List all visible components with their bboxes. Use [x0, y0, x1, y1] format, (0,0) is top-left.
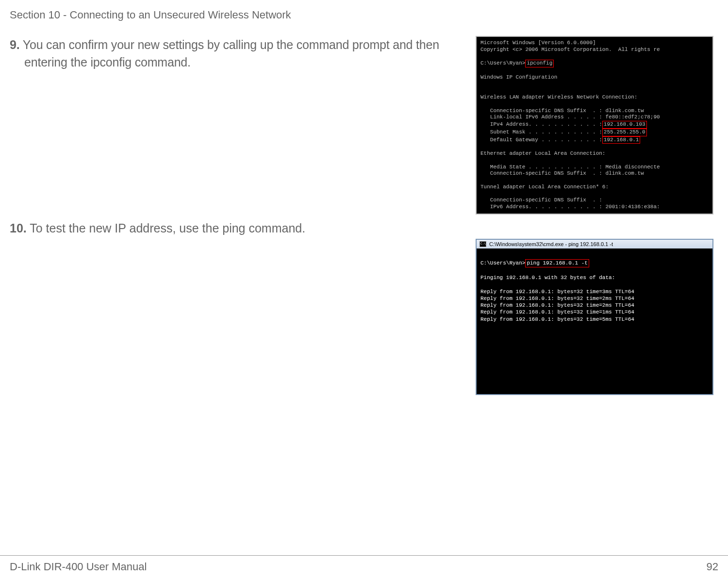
cmd1-wlan-dns: Connection-specific DNS Suffix . : dlink… [480, 108, 644, 114]
cmd2-command-highlight: ping 192.168.0.1 -t [525, 259, 589, 267]
cmd2-reply-4: Reply from 192.168.0.1: bytes=32 time=1m… [480, 309, 634, 315]
cmd1-eth-dns: Connection-specific DNS Suffix . : dlink… [480, 170, 644, 176]
step-9-number: 9. [10, 38, 19, 51]
cmd-window-ping: C:\Windows\system32\cmd.exe - ping 192.1… [476, 239, 713, 395]
cmd1-tunnel-title: Tunnel adapter Local Area Connection* 6: [480, 184, 609, 190]
cmd1-eth-media: Media State . . . . . . . . . . . : Medi… [480, 164, 660, 170]
cmd1-section-title: Windows IP Configuration [480, 74, 557, 80]
cmd-ping-title: C:\Windows\system32\cmd.exe - ping 192.1… [489, 241, 613, 248]
content-area: 9. You can confirm your new settings by … [0, 21, 728, 395]
cmd-window-ipconfig: Microsoft Windows [Version 6.0.6000] Cop… [476, 36, 713, 215]
cmd-ping-titlebar: C:\Windows\system32\cmd.exe - ping 192.1… [477, 240, 712, 248]
image-column: Microsoft Windows [Version 6.0.6000] Cop… [476, 36, 723, 395]
cmd-icon [480, 241, 486, 247]
cmd1-wlan-ipv4-value: 192.168.0.103 [602, 121, 647, 129]
step-10-text: To test the new IP address, use the ping… [27, 221, 305, 235]
cmd2-reply-2: Reply from 192.168.0.1: bytes=32 time=2m… [480, 296, 634, 301]
cmd1-wlan-ipv4-label: IPv4 Address. . . . . . . . . . . : [480, 121, 602, 127]
section-header: Section 10 - Connecting to an Unsecured … [0, 0, 728, 21]
cmd2-reply-5: Reply from 192.168.0.1: bytes=32 time=5m… [480, 316, 634, 322]
cmd1-prompt: C:\Users\Ryan> [480, 60, 525, 66]
cmd-ping-body: C:\Users\Ryan>ping 192.168.0.1 -t Pingin… [477, 248, 712, 394]
step-9: 9. You can confirm your new settings by … [10, 36, 476, 71]
cmd2-reply-1: Reply from 192.168.0.1: bytes=32 time=3m… [480, 289, 634, 295]
cmd1-command-highlight: ipconfig [525, 60, 554, 67]
footer-manual-name: D-Link DIR-400 User Manual [10, 561, 147, 573]
step-10-number: 10. [10, 221, 27, 235]
cmd1-wlan-subnet-label: Subnet Mask . . . . . . . . . . . : [480, 129, 602, 135]
cmd1-tunnel-ipv6: IPv6 Address. . . . . . . . . . . : 2001… [480, 204, 660, 210]
text-column: 9. You can confirm your new settings by … [10, 36, 476, 395]
cmd1-wlan-gateway-label: Default Gateway . . . . . . . . . : [480, 137, 602, 143]
cmd1-eth-title: Ethernet adapter Local Area Connection: [480, 150, 605, 156]
cmd1-wlan-title: Wireless LAN adapter Wireless Network Co… [480, 94, 637, 100]
cmd1-tunnel-dns: Connection-specific DNS Suffix . : [480, 197, 602, 203]
footer-page-number: 92 [707, 561, 718, 573]
cmd2-reply-3: Reply from 192.168.0.1: bytes=32 time=2m… [480, 302, 634, 308]
cmd-ipconfig-body: Microsoft Windows [Version 6.0.6000] Cop… [477, 37, 712, 214]
step-9-text: You can confirm your new settings by cal… [19, 38, 439, 69]
cmd1-wlan-ipv6: Link-local IPv6 Address . . . . . : fe80… [480, 114, 660, 120]
cmd1-wlan-gateway-value: 192.168.0.1 [602, 136, 641, 144]
cmd1-wlan-subnet-value: 255.255.255.0 [602, 129, 647, 136]
cmd2-pinging: Pinging 192.168.0.1 with 32 bytes of dat… [480, 275, 615, 281]
cmd1-line1: Microsoft Windows [Version 6.0.6000] [480, 40, 596, 46]
cmd1-line2: Copyright <c> 2006 Microsoft Corporation… [480, 47, 660, 52]
cmd2-prompt: C:\Users\Ryan> [480, 260, 525, 266]
step-10: 10. To test the new IP address, use the … [10, 219, 476, 237]
page-footer: D-Link DIR-400 User Manual 92 [0, 555, 728, 573]
